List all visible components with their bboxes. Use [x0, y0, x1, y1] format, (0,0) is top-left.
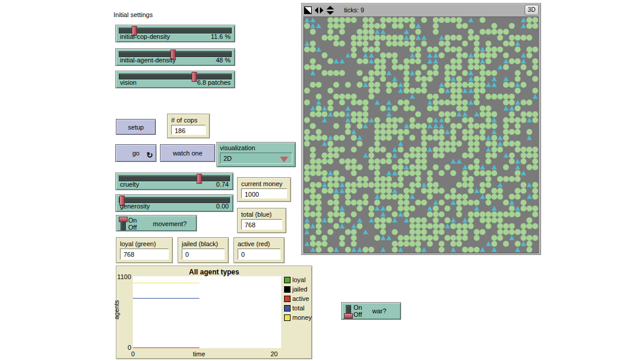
plot-line-active [133, 347, 199, 348]
monitor-value: 0 [185, 251, 189, 258]
monitor-jailed-black: jailed (black) 0 [178, 237, 229, 263]
slider-initial-cop-density[interactable]: initial-cop-density 11.6 % [115, 25, 235, 42]
legend-swatch-loyal [284, 277, 291, 283]
slider-vision[interactable]: vision 6.8 patches [115, 71, 235, 88]
chooser-box[interactable]: 2D [220, 153, 292, 164]
chevron-down-icon [280, 157, 288, 163]
monitor-total-blue: total (blue) 768 [237, 208, 286, 233]
plot-legend: loyaljailedactivetotalmoney [284, 276, 312, 323]
legend-label: jailed [292, 286, 308, 293]
y-axis-tick-max: 1100 [116, 273, 131, 280]
legend-swatch-money [284, 314, 291, 321]
monitor-loyal-green: loyal (green) 768 [116, 237, 173, 263]
switch-handle[interactable] [344, 313, 353, 319]
monitor-value-box: 0 [182, 249, 225, 260]
monitor-label: # of cops [171, 117, 198, 124]
slider-value: 48 % [216, 57, 231, 64]
monitor-value: 0 [241, 251, 245, 258]
legend-item-jailed: jailed [284, 286, 312, 293]
monitor-label: active (red) [238, 240, 270, 247]
legend-item-money: money [284, 314, 312, 321]
world-view-window: ticks: 9 3D [301, 3, 541, 255]
chooser-label: visualization [220, 144, 255, 151]
legend-label: loyal [292, 276, 306, 283]
world-grid [303, 16, 539, 253]
go-button-label: go [132, 150, 139, 157]
monitor-value-box: 186 [171, 125, 206, 135]
monitor-label: loyal (green) [120, 240, 156, 247]
monitor-value: 186 [175, 127, 185, 134]
vertical-arrows-icon[interactable] [326, 6, 334, 15]
monitor-value-box: 1000 [241, 188, 287, 198]
slider-value: 11.6 % [211, 33, 231, 40]
resize-diagonal-icon[interactable] [304, 6, 312, 14]
switch-track[interactable] [121, 218, 126, 230]
slider-cruelty[interactable]: cruelty 0.74 [115, 173, 233, 190]
setup-button-label: setup [128, 124, 144, 131]
legend-swatch-total [284, 305, 291, 312]
slider-value: 6.8 patches [197, 79, 231, 86]
movement-switch[interactable]: On Off movement? [116, 215, 197, 231]
monitor-current-money: current money 1000 [237, 177, 291, 202]
watch-one-button-label: watch one [173, 150, 202, 157]
y-axis-tick-min: 0 [116, 344, 131, 351]
monitor-label: jailed (black) [182, 240, 218, 247]
legend-label: money [292, 314, 312, 321]
x-axis-tick-min: 0 [131, 350, 135, 357]
monitor-value-box: 0 [238, 249, 281, 260]
slider-label: initial-cop-density [120, 33, 170, 40]
world-canvas [304, 17, 538, 253]
switch-track[interactable] [346, 305, 351, 317]
switch-on-label: On [128, 217, 137, 224]
view-3d-button[interactable]: 3D [525, 5, 539, 15]
legend-label: total [292, 304, 305, 312]
monitor-active-red: active (red) 0 [233, 237, 285, 263]
legend-label: active [292, 295, 309, 302]
monitor-num-cops: # of cops 186 [167, 114, 210, 138]
setup-button[interactable]: setup [116, 119, 156, 135]
horizontal-arrows-icon[interactable] [315, 7, 323, 14]
slider-label: vision [120, 79, 136, 86]
slider-label: generosity [120, 203, 150, 210]
slider-label: cruelty [120, 181, 139, 188]
monitor-value: 768 [124, 251, 134, 258]
switch-handle[interactable] [119, 217, 128, 222]
world-view-header: ticks: 9 3D [302, 4, 540, 16]
plot-line-total [133, 298, 199, 299]
ticks-counter: ticks: 9 [344, 6, 364, 14]
forever-icon: ↻ [146, 151, 153, 160]
switch-label: movement? [153, 220, 186, 227]
legend-swatch-jailed [284, 286, 291, 293]
slider-generosity[interactable]: generosity 0.00 [115, 194, 233, 212]
slider-value: 0.74 [216, 181, 229, 188]
monitor-label: current money [241, 180, 282, 187]
legend-item-active: active [284, 295, 312, 302]
monitor-value: 1000 [245, 191, 259, 198]
plot-line-money [133, 283, 199, 283]
plot-title: All agent types [116, 268, 312, 276]
all-agent-types-plot: All agent types 1100 0 agents 0 time 20 … [116, 266, 312, 359]
visualization-chooser[interactable]: visualization 2D [216, 142, 296, 167]
war-switch[interactable]: On Off war? [341, 302, 401, 320]
switch-label: war? [372, 307, 386, 314]
watch-one-button[interactable]: watch one [160, 144, 215, 162]
monitor-value-box: 768 [120, 249, 169, 260]
monitor-label: total (blue) [241, 211, 272, 218]
initial-settings-note: Initial settings [114, 11, 153, 18]
y-axis-label: agents [113, 300, 120, 319]
slider-value: 0.00 [216, 203, 229, 210]
slider-label: initial-agent-density [120, 57, 176, 64]
go-button[interactable]: go ↻ [115, 144, 156, 162]
chooser-selected-value: 2D [223, 155, 232, 162]
switch-off-label: Off [353, 311, 362, 318]
plot-canvas [133, 276, 281, 348]
slider-initial-agent-density[interactable]: initial-agent-density 48 % [115, 48, 235, 66]
legend-item-total: total [284, 304, 312, 312]
switch-off-label: Off [128, 224, 137, 231]
netlogo-interface: Initial settings initial-cop-density 11.… [0, 0, 644, 361]
monitor-value: 768 [245, 221, 255, 228]
switch-on-label: On [353, 304, 362, 311]
legend-item-loyal: loyal [284, 276, 312, 283]
x-axis-label: time [193, 350, 205, 357]
monitor-value-box: 768 [241, 219, 282, 230]
